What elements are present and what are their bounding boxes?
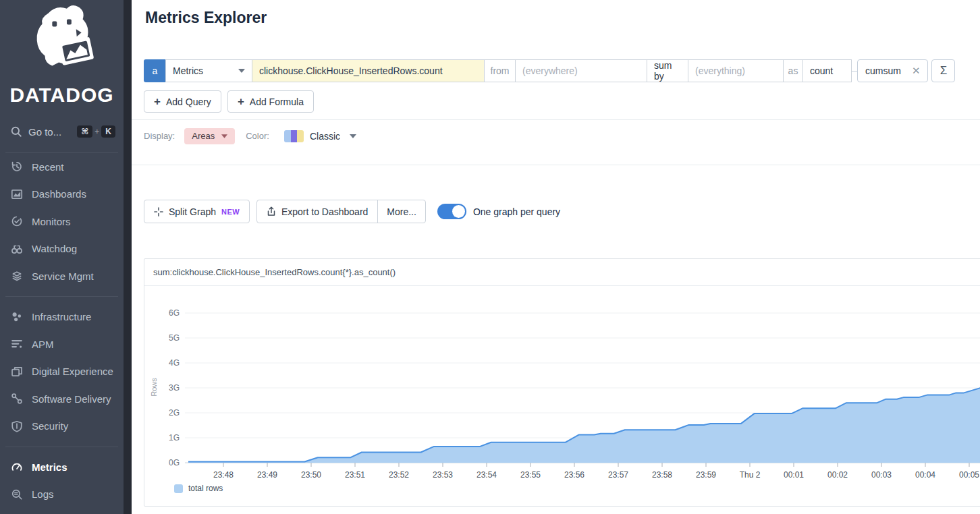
add-formula-label: Add Formula: [250, 96, 304, 107]
function-name: cumsum: [865, 65, 901, 76]
svg-text:Thu 2: Thu 2: [740, 470, 761, 480]
split-graph-button[interactable]: Split Graph NEW: [144, 200, 250, 223]
metrics-chart: 0G1G2G3G4G5G6G23:4823:4923:5023:5123:522…: [144, 286, 980, 480]
svg-text:2G: 2G: [169, 408, 180, 418]
cmd-key-badge: ⌘: [77, 125, 92, 138]
main-content: Metrics Explorer a Metrics from sum by a…: [132, 0, 980, 514]
sidebar-item-security[interactable]: Security: [0, 413, 124, 440]
svg-text:23:54: 23:54: [477, 470, 497, 480]
metric-name-field[interactable]: [252, 59, 485, 82]
sidebar-group-divider: [5, 447, 118, 447]
add-query-button[interactable]: + Add Query: [144, 90, 221, 113]
svg-text:6G: 6G: [169, 308, 180, 318]
display-type-value: Areas: [192, 131, 215, 141]
apm-icon: [11, 338, 23, 350]
chart-legend[interactable]: total rows: [174, 484, 980, 493]
sidebar-item-label: Infrastructure: [32, 311, 91, 322]
sidebar-item-label: Software Delivery: [32, 393, 111, 405]
data-source-select[interactable]: Metrics: [165, 59, 252, 82]
sidebar-item-metrics[interactable]: Metrics: [0, 453, 124, 481]
cumsum-function-pill[interactable]: cumsum ✕: [857, 59, 928, 82]
display-type-select[interactable]: Areas: [184, 128, 235, 144]
as-value-select[interactable]: count: [802, 59, 852, 82]
more-button[interactable]: More...: [377, 200, 425, 223]
datadog-logo-icon[interactable]: [19, 3, 112, 82]
svg-text:00:04: 00:04: [915, 470, 935, 480]
query-editor-row: a Metrics from sum by as count cumsum ✕: [144, 59, 955, 82]
svg-text:00:03: 00:03: [871, 470, 892, 480]
sidebar-item-dashboards[interactable]: Dashboards: [0, 181, 124, 208]
watchdog-icon: [11, 243, 23, 255]
svg-text:0G: 0G: [169, 458, 180, 467]
chevron-down-icon: [350, 134, 356, 138]
metric-name-input[interactable]: [259, 65, 477, 76]
add-function-button[interactable]: Σ: [931, 59, 955, 82]
export-button-group: Export to Dashboard More...: [256, 200, 426, 223]
svg-text:4G: 4G: [169, 358, 180, 368]
svg-text:23:49: 23:49: [257, 470, 277, 480]
metrics-explorer-page: DATADOG Go to... ⌘ + K RecentDashboardsM…: [0, 0, 980, 514]
export-to-dashboard-button[interactable]: Export to Dashboard: [257, 200, 377, 223]
color-palette-value[interactable]: Classic: [310, 131, 340, 142]
sidebar-item-software-delivery[interactable]: Software Delivery: [0, 385, 124, 413]
split-graph-label: Split Graph: [169, 206, 216, 217]
sidebar-item-label: Watchdog: [32, 243, 77, 254]
sidebar-group-divider: [5, 296, 118, 297]
new-badge: NEW: [221, 208, 240, 216]
sidebar-item-recent[interactable]: Recent: [0, 153, 124, 181]
one-graph-per-query-toggle[interactable]: [437, 204, 466, 219]
sidebar-item-digital-experience[interactable]: Digital Experience: [0, 358, 124, 386]
service-mgmt-icon: [11, 270, 23, 282]
add-formula-button[interactable]: + Add Formula: [227, 90, 314, 113]
sidebar-item-label: Security: [32, 420, 68, 432]
svg-text:00:02: 00:02: [827, 470, 848, 480]
as-label: as: [783, 59, 803, 82]
plus-icon: +: [238, 96, 244, 107]
sum-by-input[interactable]: [695, 65, 776, 76]
metrics-icon: [11, 461, 23, 473]
software-delivery-icon: [11, 393, 23, 405]
remove-function-icon[interactable]: ✕: [912, 65, 921, 77]
from-filter-field[interactable]: [515, 59, 647, 82]
k-key-badge: K: [101, 125, 115, 138]
add-query-label: Add Query: [166, 96, 211, 107]
from-filter-input[interactable]: [522, 65, 640, 76]
svg-text:23:59: 23:59: [696, 470, 716, 480]
query-letter-badge: a: [144, 59, 166, 82]
svg-text:23:55: 23:55: [520, 470, 541, 480]
sidebar-item-label: Service Mgmt: [32, 270, 94, 282]
sidebar-item-service-mgmt[interactable]: Service Mgmt: [0, 262, 124, 290]
go-to-search[interactable]: Go to... ⌘ + K: [0, 121, 124, 142]
sidebar-item-label: Recent: [32, 161, 64, 173]
sidebar: DATADOG Go to... ⌘ + K RecentDashboardsM…: [0, 0, 132, 514]
sidebar-item-infrastructure[interactable]: Infrastructure: [0, 304, 124, 331]
graph-title: sum:clickhouse.ClickHouse_InsertedRows.c…: [144, 259, 980, 286]
sidebar-item-watchdog[interactable]: Watchdog: [0, 235, 124, 263]
color-label: Color:: [246, 131, 269, 141]
svg-text:00:05: 00:05: [959, 470, 979, 480]
svg-text:Rows: Rows: [150, 378, 158, 397]
section-divider: [132, 165, 980, 165]
sidebar-item-logs[interactable]: Logs: [0, 481, 124, 509]
query-actions-row: + Add Query + Add Formula: [144, 90, 314, 113]
infrastructure-icon: [11, 311, 23, 323]
color-palette-swatch[interactable]: [284, 130, 304, 142]
sidebar-item-label: Monitors: [32, 216, 71, 227]
function-connector: [852, 71, 857, 72]
svg-text:00:01: 00:01: [784, 470, 804, 480]
svg-text:23:56: 23:56: [564, 470, 584, 480]
graph-toolbar: Split Graph NEW Export to Dashboard More…: [144, 200, 560, 223]
sum-by-field[interactable]: [688, 59, 784, 82]
legend-swatch: [174, 484, 183, 493]
svg-text:5G: 5G: [169, 333, 180, 343]
from-label: from: [484, 59, 516, 82]
chart-area[interactable]: 0G1G2G3G4G5G6G23:4823:4923:5023:5123:522…: [144, 286, 980, 480]
sidebar-item-apm[interactable]: APM: [0, 331, 124, 358]
search-icon: [10, 125, 22, 138]
logs-icon: [11, 488, 23, 501]
graph-panel: sum:clickhouse.ClickHouse_InsertedRows.c…: [144, 258, 980, 507]
svg-text:23:52: 23:52: [389, 470, 409, 480]
sidebar-item-monitors[interactable]: Monitors: [0, 208, 124, 235]
sidebar-item-label: Logs: [32, 488, 54, 500]
sum-by-label: sum by: [647, 59, 688, 82]
